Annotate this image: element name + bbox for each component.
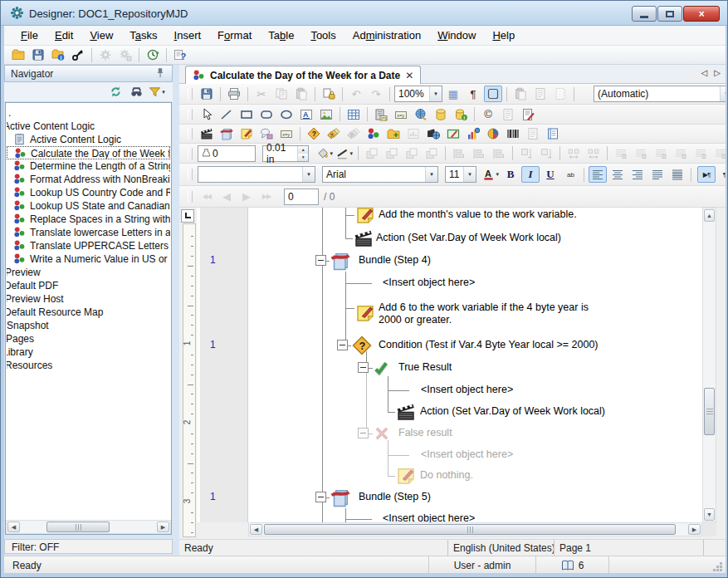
note-icon[interactable] xyxy=(237,125,256,142)
tree-node-label[interactable]: <Insert object here> xyxy=(421,384,513,395)
keymap-icon[interactable]: x=y xyxy=(372,106,390,123)
dropdown-arrow-icon[interactable]: ▾ xyxy=(425,167,437,182)
italic-icon[interactable]: I xyxy=(521,166,540,183)
print-icon[interactable] xyxy=(225,86,243,102)
scroll-left-button[interactable]: ◀ xyxy=(250,524,262,535)
scroll-thumb[interactable] xyxy=(46,522,110,532)
dropdown-arrow-icon[interactable]: ▾ xyxy=(162,89,165,96)
page-number-field[interactable]: 0 xyxy=(284,189,319,205)
scroll-up-button[interactable]: ▲ xyxy=(704,209,715,222)
tree-node-label[interactable]: Condition (Test if Var.4 Byte Year local… xyxy=(379,339,599,350)
collapse-expander[interactable] xyxy=(358,428,369,438)
tab-close-icon[interactable]: ✕ xyxy=(405,71,413,81)
approval-stamp-icon[interactable] xyxy=(257,125,276,142)
menu-window[interactable]: Window xyxy=(429,27,484,44)
nav-item-pages[interactable]: Pages xyxy=(7,332,170,345)
dropdown-arrow-icon[interactable]: ▾ xyxy=(463,167,476,182)
spinner[interactable]: ▲▼ xyxy=(297,146,308,161)
menu-administration[interactable]: Administration xyxy=(344,27,429,44)
tree-node-label[interactable]: <Insert object here> xyxy=(383,512,475,522)
nav-item-translate-uppercase-letters-in-a[interactable]: Translate UPPERCASE Letters in a xyxy=(7,239,170,252)
rtl-paragraph-icon[interactable]: ¶◀ xyxy=(717,166,726,183)
zoom-select[interactable]: 100%▾ xyxy=(394,86,442,102)
menu-help[interactable]: Help xyxy=(484,27,523,44)
dropdown-arrow-icon[interactable]: ▾ xyxy=(496,171,499,178)
tree-node-label[interactable]: Do nothing. xyxy=(420,469,473,481)
dropdown-arrow-icon[interactable]: ▾ xyxy=(349,150,353,157)
nav-item-replace-spaces-in-a-string-with-no[interactable]: Replace Spaces in a String with No xyxy=(7,213,170,226)
repository-info-icon[interactable]: i xyxy=(49,47,67,63)
minimize-button[interactable] xyxy=(632,6,657,22)
pin-icon[interactable] xyxy=(154,67,168,81)
maximize-button[interactable] xyxy=(657,6,682,22)
text-boundaries-icon[interactable] xyxy=(484,86,502,102)
bundle-icon[interactable] xyxy=(217,125,236,142)
variable-icon[interactable]: x=y xyxy=(392,106,410,123)
font-color-icon[interactable]: A▾ xyxy=(481,166,500,183)
barcode-icon[interactable] xyxy=(504,125,522,142)
tree-node-label[interactable]: Action (Set Var.Day of Week Work local) xyxy=(420,405,605,417)
close-button[interactable]: × xyxy=(683,6,720,22)
multimedia-icon[interactable] xyxy=(424,125,442,142)
save-icon[interactable] xyxy=(29,47,47,63)
nav-item-calculate-the-day-of-the-week-for-a-date[interactable]: Calculate the Day of the Week for a Date xyxy=(7,146,170,159)
nav-item-[interactable]: . xyxy=(7,106,170,120)
menu-tasks[interactable]: Tasks xyxy=(121,27,165,44)
dropdown-arrow-icon[interactable]: ▾ xyxy=(429,86,442,101)
style-select[interactable]: (Automatic)▾ xyxy=(594,86,726,102)
data-info-icon[interactable]: I xyxy=(452,106,470,123)
tree-node-label[interactable]: 2000 or greater. xyxy=(379,314,452,326)
tree-node-label[interactable]: Action (Set Var.Day of Week Work local) xyxy=(376,232,561,243)
text-box-icon[interactable]: A xyxy=(297,106,315,123)
tree-node-label[interactable]: Add 6 to the work variable if the 4 byte… xyxy=(379,301,589,313)
tree-node-label[interactable]: Bundle (Step 5) xyxy=(359,491,431,502)
nav-item-write-a-numeric-value-in-us-or-uk[interactable]: Write a Numeric Value in US or UK xyxy=(7,252,170,266)
collapse-expander[interactable] xyxy=(315,255,326,266)
image-icon[interactable] xyxy=(317,106,335,123)
font-size-select[interactable]: 11▾ xyxy=(445,166,476,183)
formatting-marks-icon[interactable]: ¶ xyxy=(464,86,482,102)
action-icon[interactable] xyxy=(198,125,216,142)
nav-item-default-resource-map[interactable]: Default Resource Map xyxy=(7,306,170,319)
notebook-icon[interactable] xyxy=(544,125,562,142)
bold-icon[interactable]: B xyxy=(501,166,520,183)
draw-rounded-rectangle-icon[interactable] xyxy=(257,106,276,123)
menu-file[interactable]: File xyxy=(12,27,46,44)
draw-ellipse-icon[interactable] xyxy=(277,106,296,123)
paragraph-style-select[interactable]: ▾ xyxy=(198,166,315,183)
paste-special-icon[interactable] xyxy=(320,86,338,102)
align-right-icon[interactable] xyxy=(628,166,647,183)
grid-icon[interactable]: ▦ xyxy=(444,86,462,102)
nav-item-lookup-us-state-and-canadian-pro[interactable]: Lookup US State and Canadian Pro xyxy=(7,199,170,213)
dropdown-arrow-icon[interactable]: ▾ xyxy=(330,150,333,157)
tree-node-label[interactable]: True Result xyxy=(398,361,452,373)
dropdown-arrow-icon[interactable]: ▾ xyxy=(302,167,315,182)
find-icon[interactable] xyxy=(127,84,145,100)
pie-chart-icon[interactable] xyxy=(484,125,502,142)
history-icon[interactable] xyxy=(144,47,162,63)
change-case-icon[interactable]: a.b xyxy=(561,166,579,183)
tab-scroll-right-icon[interactable]: ▷ xyxy=(714,68,721,77)
open-repository-icon[interactable] xyxy=(9,47,27,63)
chart-icon[interactable] xyxy=(464,125,482,142)
draw-line-icon[interactable] xyxy=(217,106,236,123)
line-style-icon[interactable]: ▾ xyxy=(335,145,354,162)
tree-node-label[interactable]: Add the month's value to the work variab… xyxy=(379,208,577,220)
collapse-expander[interactable] xyxy=(358,362,369,373)
fill-color-icon[interactable]: ▾ xyxy=(315,145,334,162)
menu-tools[interactable]: Tools xyxy=(302,27,344,44)
filter-icon[interactable]: ▾ xyxy=(148,84,166,100)
nav-item-resources[interactable]: Resources xyxy=(7,359,170,372)
copyright-icon[interactable]: © xyxy=(479,106,497,123)
tree-node-label[interactable]: <Insert object here> xyxy=(383,277,475,288)
logic-map-canvas[interactable]: Add the month's value to the work variab… xyxy=(248,208,702,522)
draw-rectangle-icon[interactable] xyxy=(237,106,256,123)
nav-item-snapshot[interactable]: Snapshot xyxy=(7,319,170,332)
collapse-expander[interactable] xyxy=(337,340,348,350)
menu-table[interactable]: Table xyxy=(260,27,302,44)
nav-item-lookup-us-country-code-and-retu[interactable]: Lookup US Country Code and Retu xyxy=(7,186,170,199)
table-icon[interactable] xyxy=(344,106,363,123)
context-help-icon[interactable]: ? xyxy=(171,47,189,63)
condition-icon[interactable]: ? xyxy=(305,125,323,142)
tree-node-label[interactable]: Bundle (Step 4) xyxy=(359,254,431,266)
